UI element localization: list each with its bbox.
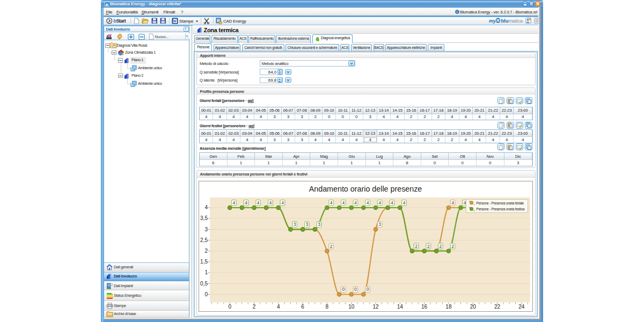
svg-text:22: 22: [494, 304, 500, 310]
svg-text:2: 2: [439, 243, 442, 248]
svg-text:4: 4: [204, 204, 208, 210]
svg-text:2: 2: [451, 243, 454, 248]
svg-text:6: 6: [301, 304, 304, 310]
svg-text:Andamento orario delle presenz: Andamento orario delle presenze: [309, 185, 422, 193]
svg-text:4: 4: [245, 200, 247, 205]
svg-text:2: 2: [415, 243, 418, 248]
svg-text:4: 4: [257, 200, 259, 205]
svg-text:3,5: 3,5: [200, 215, 208, 221]
svg-text:3: 3: [378, 222, 381, 227]
svg-text:8: 8: [325, 304, 328, 310]
svg-text:18: 18: [445, 304, 452, 310]
svg-text:1,5: 1,5: [200, 259, 208, 265]
svg-text:4: 4: [232, 200, 235, 205]
svg-text:12: 12: [372, 304, 379, 310]
svg-text:2,5: 2,5: [200, 237, 208, 243]
svg-text:24: 24: [518, 304, 525, 310]
svg-text:3: 3: [318, 222, 320, 227]
svg-text:2: 2: [330, 243, 332, 248]
svg-text:3: 3: [293, 222, 296, 227]
svg-text:4: 4: [269, 200, 272, 205]
svg-text:4: 4: [390, 200, 393, 205]
svg-text:3: 3: [305, 222, 308, 227]
svg-text:2: 2: [252, 304, 255, 310]
svg-text:4: 4: [330, 200, 332, 205]
svg-text:16: 16: [421, 304, 428, 310]
svg-text:0: 0: [354, 287, 357, 292]
svg-text:0: 0: [366, 287, 369, 292]
svg-text:4: 4: [281, 200, 284, 205]
svg-text:0: 0: [204, 291, 208, 297]
svg-text:10: 10: [348, 304, 355, 310]
svg-text:2: 2: [427, 243, 429, 248]
svg-text:0: 0: [342, 287, 345, 292]
svg-text:4: 4: [354, 200, 357, 205]
svg-text:1: 1: [204, 269, 208, 275]
svg-text:0,5: 0,5: [200, 280, 208, 286]
svg-text:4: 4: [378, 200, 381, 205]
svg-text:4: 4: [366, 200, 369, 205]
svg-text:4: 4: [451, 200, 454, 205]
svg-text:Persone - Presenza oraria feri: Persone - Presenza oraria feriale: [476, 201, 524, 204]
svg-text:Persone - Presenza oraria fest: Persone - Presenza oraria festiva: [476, 207, 524, 211]
svg-text:4: 4: [277, 304, 280, 310]
svg-text:4: 4: [342, 200, 345, 205]
svg-text:0: 0: [228, 304, 231, 310]
svg-text:2: 2: [204, 247, 208, 253]
svg-text:14: 14: [397, 304, 403, 310]
svg-text:4: 4: [402, 200, 405, 205]
svg-text:3: 3: [204, 226, 208, 232]
svg-text:20: 20: [470, 304, 476, 310]
